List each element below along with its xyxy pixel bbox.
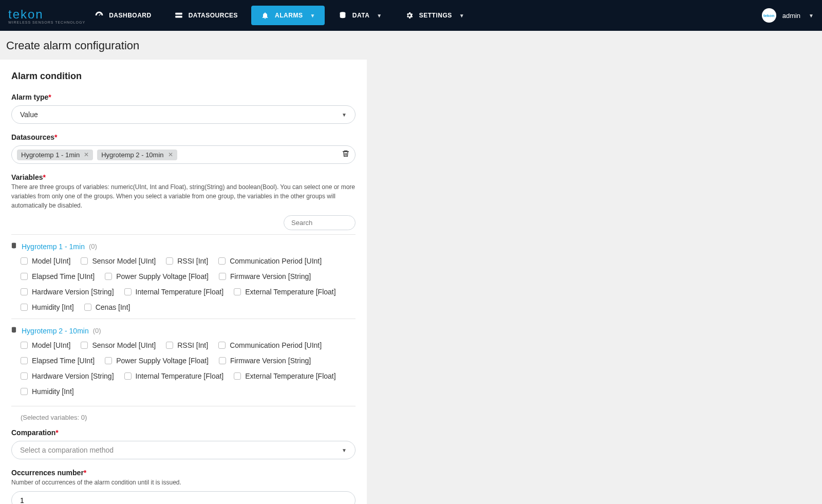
variables-help: There are three groups of variables: num… — [11, 182, 356, 210]
variable-checkbox[interactable]: Communication Period [UInt] — [218, 341, 322, 349]
variable-checkbox[interactable]: Elapsed Time [UInt] — [21, 357, 95, 365]
variable-list: Model [UInt]Sensor Model [UInt]RSSI [Int… — [11, 341, 356, 396]
variable-label: Humidity [Int] — [32, 387, 74, 396]
variable-checkbox[interactable]: Hardware Version [String] — [21, 372, 114, 380]
navbar: tekon WIRELESS SENSORS TECHNOLOGY DASHBO… — [0, 0, 822, 31]
variable-checkbox[interactable]: Internal Temperature [Float] — [124, 372, 224, 380]
search-wrap — [11, 215, 356, 230]
datasource-count: (0) — [93, 327, 101, 334]
chevron-down-icon: ▼ — [342, 447, 347, 453]
variable-checkbox[interactable]: External Temperature [Float] — [234, 288, 335, 296]
field-comparation: Comparation* Select a comparation method… — [11, 428, 356, 459]
variable-label: Model [UInt] — [32, 257, 70, 265]
variable-label: Power Supply Voltage [Float] — [116, 357, 209, 365]
variable-checkbox[interactable]: Sensor Model [UInt] — [81, 341, 156, 349]
datasource-chip[interactable]: Hygrotemp 1 - 1min ✕ — [17, 150, 93, 160]
datasources-input[interactable]: Hygrotemp 1 - 1min ✕ Hygrotemp 2 - 10min… — [11, 145, 356, 164]
variable-checkbox[interactable]: Humidity [Int] — [21, 387, 74, 396]
occurrences-input-wrap — [11, 491, 356, 504]
checkbox-icon — [21, 304, 28, 311]
nav-alarms[interactable]: ALARMS ▼ — [251, 6, 325, 25]
variable-label: RSSI [Int] — [177, 341, 208, 349]
close-icon[interactable]: ✕ — [84, 151, 89, 158]
database-icon — [338, 11, 347, 20]
alarm-type-label: Alarm type* — [11, 93, 356, 101]
username: admin — [782, 12, 800, 20]
variable-checkbox[interactable]: Firmware Version [String] — [219, 357, 311, 365]
database-icon — [10, 326, 17, 335]
content: Alarm condition Alarm type* Value ▼ Data… — [0, 60, 367, 504]
variable-label: Humidity [Int] — [32, 303, 74, 311]
checkbox-icon — [234, 288, 241, 295]
nav-settings[interactable]: SETTINGS ▼ — [396, 6, 474, 25]
variable-checkbox[interactable]: Elapsed Time [UInt] — [21, 272, 95, 281]
variable-label: Communication Period [UInt] — [230, 257, 322, 265]
chevron-down-icon: ▼ — [459, 13, 464, 18]
variable-checkbox[interactable]: RSSI [Int] — [166, 341, 208, 349]
datasource-header[interactable]: Hygrotemp 1 - 1min(0) — [10, 242, 356, 251]
variable-label: Firmware Version [String] — [230, 357, 311, 365]
variable-label: External Temperature [Float] — [245, 372, 335, 380]
comparation-select[interactable]: Select a comparation method ▼ — [11, 441, 356, 459]
datasource-name: Hygrotemp 2 - 10min — [22, 327, 89, 335]
variable-checkbox[interactable]: RSSI [Int] — [166, 257, 208, 265]
search-input[interactable] — [284, 215, 356, 230]
close-icon[interactable]: ✕ — [168, 151, 173, 158]
trash-icon[interactable] — [342, 150, 350, 160]
variable-checkbox[interactable]: External Temperature [Float] — [234, 372, 335, 380]
datasource-block: Hygrotemp 1 - 1min(0)Model [UInt]Sensor … — [11, 234, 356, 319]
variable-checkbox[interactable]: Hardware Version [String] — [21, 288, 114, 296]
variable-label: Elapsed Time [UInt] — [32, 272, 95, 281]
checkbox-icon — [166, 257, 173, 265]
variable-checkbox[interactable]: Internal Temperature [Float] — [124, 288, 224, 296]
user-menu[interactable]: tekon admin ▼ — [762, 8, 814, 23]
variable-checkbox[interactable]: Communication Period [UInt] — [218, 257, 322, 265]
checkbox-icon — [81, 257, 88, 265]
avatar: tekon — [762, 8, 776, 23]
variable-checkbox[interactable]: Model [UInt] — [21, 257, 70, 265]
variable-label: RSSI [Int] — [177, 257, 208, 265]
variable-checkbox[interactable]: Sensor Model [UInt] — [81, 257, 156, 265]
field-datasources: Datasources* Hygrotemp 1 - 1min ✕ Hygrot… — [11, 133, 356, 164]
page-title-bar: Create alarm configuration — [0, 31, 822, 60]
selected-variables-summary: (Selected variables: 0) — [11, 406, 356, 421]
nav-data[interactable]: DATA ▼ — [329, 6, 391, 25]
variable-checkbox[interactable]: Firmware Version [String] — [219, 272, 311, 281]
nav-datasources[interactable]: DATASOURCES — [165, 6, 247, 25]
datasource-header[interactable]: Hygrotemp 2 - 10min(0) — [10, 326, 356, 335]
variable-checkbox[interactable]: Power Supply Voltage [Float] — [105, 272, 209, 281]
variable-checkbox[interactable]: Power Supply Voltage [Float] — [105, 357, 209, 365]
variable-label: Internal Temperature [Float] — [136, 372, 224, 380]
logo-text: tekon — [8, 7, 44, 21]
variable-checkbox[interactable]: Humidity [Int] — [21, 303, 74, 311]
datasources-icon — [174, 11, 183, 20]
occurrences-input[interactable] — [20, 496, 347, 504]
checkbox-icon — [21, 273, 28, 280]
nav-dashboard-label: DASHBOARD — [109, 12, 152, 19]
variable-label: Model [UInt] — [32, 341, 70, 349]
chevron-down-icon: ▼ — [809, 13, 814, 18]
checkbox-icon — [219, 357, 226, 364]
database-icon — [10, 242, 17, 251]
field-variables: Variables* There are three groups of var… — [11, 173, 356, 421]
variable-checkbox[interactable]: Model [UInt] — [21, 341, 70, 349]
variable-label: Elapsed Time [UInt] — [32, 357, 95, 365]
chip-label: Hygrotemp 1 - 1min — [21, 151, 80, 159]
nav-alarms-label: ALARMS — [275, 12, 303, 19]
variable-label: External Temperature [Float] — [245, 288, 335, 296]
nav-data-label: DATA — [352, 12, 370, 19]
alarm-type-select[interactable]: Value ▼ — [11, 105, 356, 124]
variable-list: Model [UInt]Sensor Model [UInt]RSSI [Int… — [11, 257, 356, 311]
variable-label: Communication Period [UInt] — [230, 341, 322, 349]
field-occurrences: Occurrences number* Number of occurrence… — [11, 469, 356, 504]
nav-dashboard[interactable]: DASHBOARD — [85, 6, 161, 25]
bell-icon — [260, 11, 270, 20]
variable-checkbox[interactable]: Cenas [Int] — [84, 303, 130, 311]
checkbox-icon — [21, 288, 28, 295]
field-alarm-type: Alarm type* Value ▼ — [11, 93, 356, 124]
variables-label: Variables* — [11, 173, 356, 181]
datasource-chip[interactable]: Hygrotemp 2 - 10min ✕ — [97, 150, 177, 160]
datasource-name: Hygrotemp 1 - 1min — [22, 242, 85, 251]
logo[interactable]: tekon WIRELESS SENSORS TECHNOLOGY — [8, 7, 85, 24]
alarm-type-value: Value — [20, 110, 342, 119]
